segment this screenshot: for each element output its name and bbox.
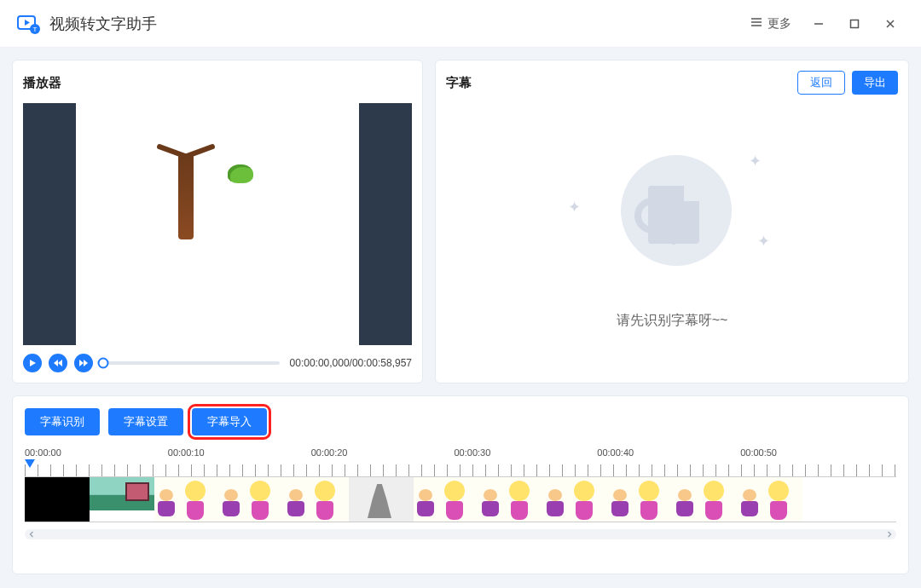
titlebar-right: 更多 — [744, 9, 906, 39]
sparkle-icon: ✦ — [757, 232, 770, 251]
ruler-labels: 00:00:00 00:00:10 00:00:20 00:00:30 00:0… — [25, 447, 896, 458]
sparkle-icon: ✦ — [568, 198, 581, 216]
ruler-label: 00:00:20 — [311, 447, 348, 458]
close-button[interactable] — [875, 9, 906, 39]
timeline-filmstrip[interactable] — [25, 476, 896, 522]
subtitle-panel-title: 字幕 — [446, 75, 472, 91]
app-title: 视频转文字助手 — [49, 14, 157, 34]
timeline-panel: 字幕识别 字幕设置 字幕导入 00:00:00 00:00:10 00:00:2… — [12, 395, 909, 574]
app-logo-icon: T — [15, 11, 41, 37]
player-panel-header: 播放器 — [23, 71, 412, 95]
minimize-button[interactable] — [803, 9, 834, 39]
more-button[interactable]: 更多 — [744, 13, 798, 35]
timeline-frame — [219, 477, 284, 522]
video-preview[interactable] — [23, 103, 412, 345]
progress-slider[interactable] — [103, 361, 280, 365]
forward-button[interactable] — [74, 354, 93, 372]
subtitle-panel-header: 字幕 返回 导出 — [446, 71, 898, 95]
more-label: 更多 — [768, 16, 791, 32]
timeline-ruler[interactable]: 00:00:00 00:00:10 00:00:20 00:00:30 00:0… — [25, 447, 896, 476]
top-row: 播放器 — [12, 60, 909, 383]
workspace: 播放器 — [0, 48, 921, 588]
timeline-frame — [608, 477, 673, 522]
maximize-button[interactable] — [839, 9, 870, 39]
scroll-right-button[interactable] — [884, 529, 895, 539]
ruler-label: 00:00:10 — [168, 447, 205, 458]
timeline-buttons: 字幕识别 字幕设置 字幕导入 — [25, 408, 896, 435]
svg-marker-9 — [84, 360, 88, 366]
video-center — [76, 103, 359, 345]
timeline-frame — [414, 477, 478, 522]
subtitle-import-button[interactable]: 字幕导入 — [192, 408, 267, 435]
ruler-label: 00:00:30 — [454, 447, 490, 458]
svg-marker-7 — [58, 360, 62, 366]
hamburger-icon — [750, 16, 762, 31]
rewind-button[interactable] — [49, 354, 67, 372]
titlebar: T 视频转文字助手 更多 — [0, 0, 921, 48]
ruler-ticks — [25, 464, 896, 476]
timeline-frame — [90, 477, 154, 522]
subtitle-panel-actions: 返回 导出 — [797, 71, 898, 95]
playhead-icon[interactable] — [25, 459, 35, 468]
svg-marker-6 — [54, 360, 58, 366]
timeline-frame — [738, 477, 802, 522]
subtitle-empty-text: 请先识别字幕呀~~ — [617, 312, 728, 330]
ruler-label: 00:00:40 — [597, 447, 634, 458]
player-controls: 00:00:00,000/00:00:58,957 — [23, 354, 412, 372]
video-frame-decoration — [178, 154, 194, 239]
subtitle-settings-button[interactable]: 字幕设置 — [108, 408, 183, 435]
timeline-frame — [478, 477, 543, 522]
subtitle-panel: 字幕 返回 导出 ✦ ✦ ✦ 请先识别字幕呀~~ — [435, 60, 909, 383]
subtitle-recognize-button[interactable]: 字幕识别 — [25, 408, 100, 435]
video-frame-decoration — [228, 164, 253, 183]
player-panel-title: 播放器 — [23, 75, 61, 91]
timeline-frame — [284, 477, 349, 522]
timeline-frame — [154, 477, 219, 522]
progress-slider-thumb[interactable] — [98, 358, 109, 369]
subtitle-empty-state: ✦ ✦ ✦ 请先识别字幕呀~~ — [446, 103, 898, 372]
back-button[interactable]: 返回 — [797, 71, 845, 95]
scroll-left-button[interactable] — [26, 529, 37, 539]
timeline-frame — [349, 477, 414, 522]
player-panel: 播放器 — [12, 60, 423, 383]
ruler-label: 00:00:00 — [25, 447, 61, 458]
empty-illustration: ✦ ✦ ✦ — [561, 147, 783, 291]
video-pillar-left — [23, 103, 76, 345]
time-display: 00:00:00,000/00:00:58,957 — [290, 357, 412, 369]
export-button[interactable]: 导出 — [852, 71, 898, 95]
sparkle-icon: ✦ — [749, 152, 762, 170]
svg-text:T: T — [33, 26, 38, 33]
video-pillar-right — [359, 103, 412, 345]
timeline-scrollbar[interactable] — [25, 529, 896, 539]
titlebar-left: T 视频转文字助手 — [15, 11, 157, 37]
play-button[interactable] — [23, 354, 42, 372]
timeline-frame — [673, 477, 738, 522]
svg-rect-4 — [851, 20, 859, 27]
timeline-frame — [543, 477, 608, 522]
timeline-frame — [25, 477, 90, 522]
ruler-label: 00:00:50 — [740, 447, 777, 458]
svg-marker-8 — [79, 360, 84, 366]
svg-marker-5 — [30, 360, 36, 366]
